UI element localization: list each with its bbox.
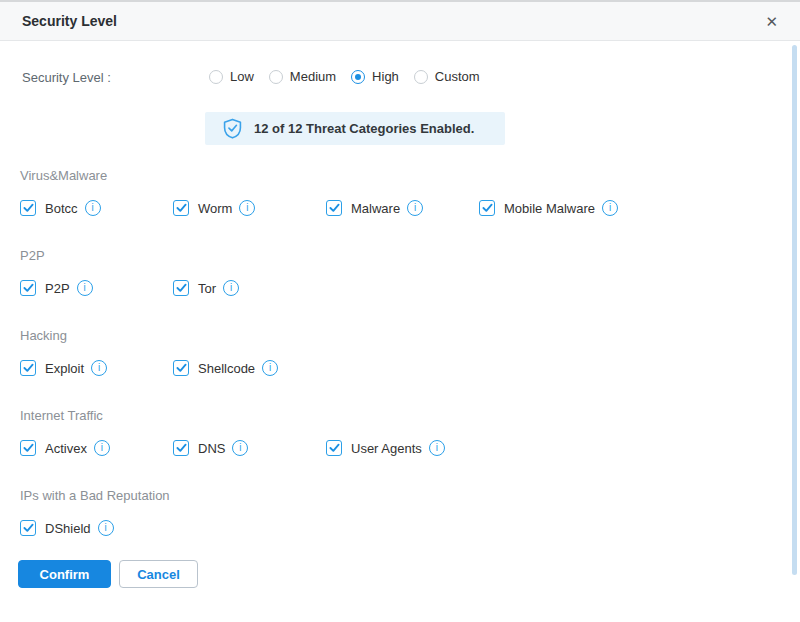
checkbox-icon-dshield[interactable] <box>20 520 36 536</box>
threat-categories-banner: 12 of 12 Threat Categories Enabled. <box>205 112 505 145</box>
checkbox-icon-dns[interactable] <box>173 440 189 456</box>
dialog-footer: Confirm Cancel <box>18 560 198 588</box>
radio-label-high: High <box>372 69 399 84</box>
checkbox-item-activex[interactable]: Activexi <box>20 440 173 456</box>
section-title-p2p: P2P <box>20 246 800 266</box>
security-level-label: Security Level : <box>22 70 111 85</box>
checkbox-label-mobile-malware: Mobile Malware <box>504 201 595 216</box>
radio-option-medium[interactable]: Medium <box>269 69 336 84</box>
radio-option-low[interactable]: Low <box>209 69 254 84</box>
radio-option-custom[interactable]: Custom <box>414 69 480 84</box>
security-level-radio-group: LowMediumHighCustom <box>209 69 480 84</box>
info-icon-worm[interactable]: i <box>239 200 255 216</box>
checkbox-icon-user-agents[interactable] <box>326 440 342 456</box>
checkbox-label-dshield: DShield <box>45 521 91 536</box>
section-row-virus-malware: BotcciWormiMalwareiMobile Malwarei <box>20 200 800 216</box>
confirm-button[interactable]: Confirm <box>18 560 111 588</box>
section-row-ips-with-a-bad-reputation: DShieldi <box>20 520 800 536</box>
radio-label-custom: Custom <box>435 69 480 84</box>
radio-option-high[interactable]: High <box>351 69 399 84</box>
checkbox-item-malware[interactable]: Malwarei <box>326 200 479 216</box>
checkbox-icon-malware[interactable] <box>326 200 342 216</box>
radio-icon-high <box>351 70 365 84</box>
section-title-hacking: Hacking <box>20 326 800 346</box>
section-virus-malware: Virus&MalwareBotcciWormiMalwareiMobile M… <box>0 160 800 240</box>
info-icon-shellcode[interactable]: i <box>262 360 278 376</box>
radio-label-low: Low <box>230 69 254 84</box>
checkbox-icon-activex[interactable] <box>20 440 36 456</box>
section-title-virus-malware: Virus&Malware <box>20 166 800 186</box>
info-icon-exploit[interactable]: i <box>91 360 107 376</box>
checkbox-item-tor[interactable]: Tori <box>173 280 326 296</box>
checkbox-label-p2p: P2P <box>45 281 70 296</box>
checkbox-label-activex: Activex <box>45 441 87 456</box>
checkbox-label-dns: DNS <box>198 441 225 456</box>
checkbox-icon-p2p[interactable] <box>20 280 36 296</box>
info-icon-dns[interactable]: i <box>232 440 248 456</box>
info-icon-dshield[interactable]: i <box>98 520 114 536</box>
dialog-title: Security Level <box>22 13 117 29</box>
threat-category-sections: Virus&MalwareBotcciWormiMalwareiMobile M… <box>0 160 800 560</box>
section-row-hacking: ExploitiShellcodei <box>20 360 800 376</box>
info-icon-botcc[interactable]: i <box>85 200 101 216</box>
banner-text: 12 of 12 Threat Categories Enabled. <box>254 121 474 136</box>
checkbox-item-p2p[interactable]: P2Pi <box>20 280 173 296</box>
info-icon-user-agents[interactable]: i <box>429 440 445 456</box>
checkbox-label-exploit: Exploit <box>45 361 84 376</box>
checkbox-label-shellcode: Shellcode <box>198 361 255 376</box>
checkbox-item-worm[interactable]: Wormi <box>173 200 326 216</box>
checkbox-item-dns[interactable]: DNSi <box>173 440 326 456</box>
info-icon-mobile-malware[interactable]: i <box>602 200 618 216</box>
checkbox-item-mobile-malware[interactable]: Mobile Malwarei <box>479 200 632 216</box>
dialog-header: Security Level ✕ <box>0 0 800 41</box>
checkbox-icon-mobile-malware[interactable] <box>479 200 495 216</box>
close-icon[interactable]: ✕ <box>765 14 778 29</box>
checkbox-label-malware: Malware <box>351 201 400 216</box>
section-title-ips-with-a-bad-reputation: IPs with a Bad Reputation <box>20 486 800 506</box>
section-hacking: HackingExploitiShellcodei <box>0 320 800 400</box>
radio-icon-custom <box>414 70 428 84</box>
shield-check-icon <box>223 118 242 139</box>
checkbox-item-dshield[interactable]: DShieldi <box>20 520 173 536</box>
security-level-dialog: Security Level ✕ Security Level : LowMed… <box>0 0 800 622</box>
info-icon-malware[interactable]: i <box>407 200 423 216</box>
radio-icon-low <box>209 70 223 84</box>
checkbox-label-tor: Tor <box>198 281 216 296</box>
section-row-internet-traffic: ActivexiDNSiUser Agentsi <box>20 440 800 456</box>
checkbox-item-exploit[interactable]: Exploiti <box>20 360 173 376</box>
checkbox-icon-shellcode[interactable] <box>173 360 189 376</box>
info-icon-tor[interactable]: i <box>223 280 239 296</box>
section-title-internet-traffic: Internet Traffic <box>20 406 800 426</box>
section-internet-traffic: Internet TrafficActivexiDNSiUser Agentsi <box>0 400 800 480</box>
info-icon-p2p[interactable]: i <box>77 280 93 296</box>
checkbox-item-botcc[interactable]: Botcci <box>20 200 173 216</box>
checkbox-item-user-agents[interactable]: User Agentsi <box>326 440 479 456</box>
checkbox-label-worm: Worm <box>198 201 232 216</box>
section-p2p: P2PP2PiTori <box>0 240 800 320</box>
checkbox-icon-botcc[interactable] <box>20 200 36 216</box>
checkbox-label-botcc: Botcc <box>45 201 78 216</box>
section-row-p2p: P2PiTori <box>20 280 800 296</box>
checkbox-icon-exploit[interactable] <box>20 360 36 376</box>
scrollbar-thumb[interactable] <box>792 45 797 575</box>
radio-label-medium: Medium <box>290 69 336 84</box>
radio-icon-medium <box>269 70 283 84</box>
info-icon-activex[interactable]: i <box>94 440 110 456</box>
checkbox-item-shellcode[interactable]: Shellcodei <box>173 360 326 376</box>
checkbox-icon-tor[interactable] <box>173 280 189 296</box>
cancel-button[interactable]: Cancel <box>119 560 198 588</box>
checkbox-icon-worm[interactable] <box>173 200 189 216</box>
section-ips-with-a-bad-reputation: IPs with a Bad ReputationDShieldi <box>0 480 800 560</box>
checkbox-label-user-agents: User Agents <box>351 441 422 456</box>
